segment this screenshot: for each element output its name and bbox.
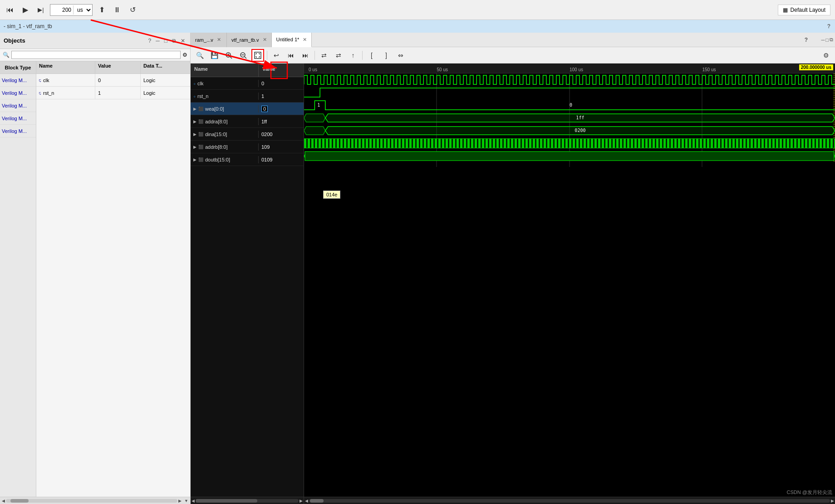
rstn-signal-icon: ꞔ	[39, 90, 41, 95]
sig-scroll-track[interactable]	[196, 499, 299, 503]
obj-cell-value-rstn: 1	[95, 87, 141, 99]
panel-minimize-btn[interactable]: ─	[154, 37, 161, 44]
title-help-icon[interactable]: ?	[827, 23, 830, 29]
wave-canvas[interactable]	[304, 73, 835, 497]
sig-row-clk[interactable]: ⬦ clk 0	[191, 77, 304, 90]
panel-restore-btn[interactable]: □	[163, 37, 169, 44]
default-layout-button[interactable]: ▦ Default Layout	[778, 5, 830, 15]
wave-diagram: 0 us 50 us 100 us 150 us 200.000000 us 0…	[304, 64, 835, 504]
run-for-button[interactable]: ⬆	[95, 4, 108, 16]
sig-scroll-right[interactable]: ▶	[300, 499, 303, 503]
sig-row-addra[interactable]: ▶ ⬛ addra[8:0] 1ff	[191, 115, 304, 128]
addra-expand-icon[interactable]: ▶	[193, 119, 196, 124]
time-marker-100us: 100 us	[570, 67, 583, 73]
main-content: Objects ? ─ □ ⧉ ✕ 🔍 ⚙ Block Type Verilog…	[0, 33, 835, 504]
wave-viewer-panel: ram_...v ✕ vtf_ram_tb.v ✕ Untitled 1* ✕ …	[191, 33, 835, 504]
time-marker-150us: 150 us	[702, 67, 716, 73]
tab-vtf-close[interactable]: ✕	[263, 37, 267, 43]
scroll-down-arrow[interactable]: ▼	[184, 499, 188, 503]
scroll-right-arrow[interactable]: ▶	[178, 499, 182, 503]
sig-value-addrb: 109	[259, 143, 304, 151]
tab-ram-v[interactable]: ram_...v ✕	[191, 33, 227, 47]
svg-line-5	[245, 57, 246, 59]
panel-title: Objects	[4, 37, 25, 44]
sig-scroll-left[interactable]: ◀	[192, 499, 195, 503]
doutb-expand-icon[interactable]: ▶	[193, 157, 196, 162]
wave-zoom-in-button[interactable]	[222, 49, 235, 62]
wave-fit-button[interactable]	[251, 49, 264, 62]
default-layout-label: Default Layout	[791, 7, 825, 13]
wave-to-end-button[interactable]: ⏭	[299, 49, 312, 62]
svg-line-1	[230, 57, 232, 59]
panel-header: Objects ? ─ □ ⧉ ✕	[0, 33, 190, 49]
panel-close-btn[interactable]: ✕	[179, 37, 187, 44]
back-to-start-button[interactable]: ⏮	[4, 4, 16, 16]
tab-restore-btn[interactable]: □	[825, 37, 829, 43]
sig-label-dina: dina[15:0]	[205, 132, 227, 137]
time-unit-select[interactable]: us ns ps	[73, 5, 92, 15]
obj-row-rstn[interactable]: ꞔ rst_n 1 Logic	[36, 87, 190, 99]
block-type-cell-2: Verilog M...	[0, 87, 36, 99]
tab-minimize-btn[interactable]: ─	[821, 37, 825, 43]
obj-cell-name-clk: ꞔ clk	[36, 74, 95, 86]
clk-icon: ⬦	[193, 81, 196, 86]
obj-cell-value-clk: 0	[95, 74, 141, 86]
wave-swap2-button[interactable]: ⇄	[332, 49, 345, 62]
signal-list-panel: Name Value ⬦ clk 0 ⬦	[191, 64, 304, 504]
tab-untitled1[interactable]: Untitled 1* ✕	[272, 33, 312, 47]
tab-vtf-label: vtf_ram_tb.v	[231, 37, 259, 43]
scroll-thumb	[10, 499, 29, 503]
wave-gear-button[interactable]: ⚙	[820, 49, 832, 62]
dina-expand-icon[interactable]: ▶	[193, 132, 196, 137]
obj-row-clk[interactable]: ꞔ clk 0 Logic	[36, 74, 190, 87]
tab-untitled-close[interactable]: ✕	[303, 37, 307, 43]
sig-row-dina[interactable]: ▶ ⬛ dina[15:0] 0200	[191, 128, 304, 141]
scroll-left-arrow[interactable]: ◀	[2, 499, 5, 503]
tab-vtf-ram[interactable]: vtf_ram_tb.v ✕	[227, 33, 272, 47]
title-bar: - sim_1 - vtf_ram_tb ?	[0, 20, 835, 33]
pause-button[interactable]: ⏸	[111, 4, 123, 16]
wave-search-button[interactable]: 🔍	[193, 49, 206, 62]
search-input[interactable]	[11, 51, 181, 59]
addrb-expand-icon[interactable]: ▶	[193, 145, 196, 149]
tab-ram-v-close[interactable]: ✕	[217, 37, 221, 43]
sig-row-wea[interactable]: ▶ ⬛ wea[0:0] 0	[191, 103, 304, 115]
wave-swap-button[interactable]: ⇄	[318, 49, 330, 62]
play-button[interactable]: ▶	[19, 4, 32, 16]
panel-maximize-btn[interactable]: ⧉	[171, 37, 177, 44]
wave-scroll-right[interactable]: ▶	[831, 499, 834, 503]
tab-help-icon[interactable]: ?	[805, 37, 808, 43]
time-value-input[interactable]: 200	[50, 6, 73, 14]
scroll-track[interactable]	[6, 499, 177, 503]
wave-scroll-left[interactable]: ◀	[305, 499, 308, 503]
tab-maximize-btn[interactable]: ⧉	[830, 37, 833, 43]
wave-to-begin-button[interactable]: ⏮	[285, 49, 297, 62]
wave-zoom-out-button[interactable]	[237, 49, 250, 62]
restart-button[interactable]: ↺	[126, 4, 139, 16]
wave-prev-button[interactable]: ↩	[270, 49, 283, 62]
sig-list-scroll: ◀ ▶	[191, 497, 304, 504]
wave-bracket-r-button[interactable]: ]	[380, 49, 393, 62]
sig-value-rstn: 1	[259, 93, 304, 100]
wave-bracket-l-button[interactable]: [	[365, 49, 378, 62]
obj-name-clk: clk	[43, 78, 49, 83]
wave-scroll-track[interactable]	[309, 499, 830, 503]
time-marker-50us: 50 us	[437, 67, 448, 73]
sig-row-addrb[interactable]: ▶ ⬛ addrb[8:0] 109	[191, 141, 304, 153]
wave-resize-button[interactable]: ⇔	[394, 49, 407, 62]
wave-up-button[interactable]: ↑	[347, 49, 359, 62]
search-gear-icon[interactable]: ⚙	[182, 52, 187, 58]
svg-rect-7	[255, 52, 261, 59]
rstn-icon: ⬦	[193, 94, 196, 98]
wave-save-button[interactable]: 💾	[208, 49, 221, 62]
sig-row-rstn[interactable]: ⬦ rst_n 1	[191, 90, 304, 103]
sig-value-wea: 0	[259, 105, 304, 113]
sig-scroll-thumb	[196, 499, 257, 503]
play-fast-button[interactable]: ▶|	[34, 4, 47, 16]
tab-untitled-label: Untitled 1*	[276, 37, 300, 42]
value-col-header: Value	[95, 61, 141, 73]
wea-expand-icon[interactable]: ▶	[193, 107, 196, 111]
panel-question-btn[interactable]: ?	[147, 37, 153, 44]
toolbar-sep-2	[314, 51, 315, 60]
sig-row-doutb[interactable]: ▶ ⬛ doutb[15:0] 0109	[191, 153, 304, 166]
